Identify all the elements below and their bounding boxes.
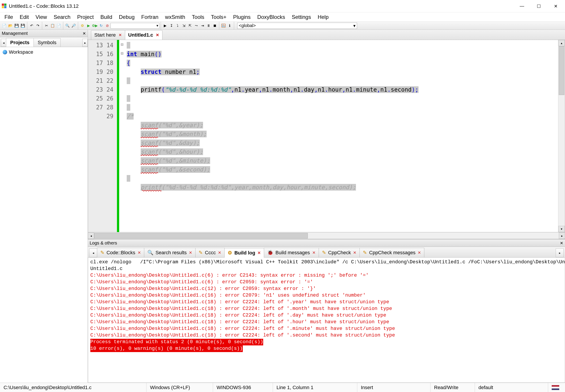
tab-close-icon[interactable]: ✕ <box>353 250 356 255</box>
maximize-button[interactable]: ☐ <box>535 2 543 10</box>
logs-panel: Logs & others ✕ ◂ ✎Code::Blocks✕🔍Search … <box>88 239 565 383</box>
logs-tabs: ◂ ✎Code::Blocks✕🔍Search results✕✎Cccc✕⚙B… <box>88 247 565 258</box>
save-all-icon[interactable]: 💾 <box>20 23 26 29</box>
paste-icon[interactable]: 📄 <box>56 23 62 29</box>
logs-title: Logs & others <box>90 240 117 246</box>
log-line: C:\Users\liu_endong\Desktop\Untitled1.c(… <box>90 325 563 332</box>
menu-doxyblocks[interactable]: DoxyBlocks <box>257 14 285 20</box>
scroll-up-icon[interactable]: ▴ <box>558 40 565 46</box>
undo-icon[interactable]: ↶ <box>29 23 34 29</box>
break-icon[interactable]: ⏸ <box>206 23 212 29</box>
tab-close-icon[interactable]: ✕ <box>418 250 421 255</box>
logs-tabs-next[interactable]: ▸ <box>556 249 564 257</box>
tab-close-icon[interactable]: ✕ <box>218 250 221 255</box>
status-path: C:\Users\liu_endong\Desktop\Untitled1.c <box>0 383 146 392</box>
menu-wxsmith[interactable]: wxSmith <box>165 14 185 20</box>
scope-dropdown[interactable]: <global> ▾ <box>237 23 357 29</box>
log-tab-cppcheck-messages[interactable]: ✎CppCheck messages✕ <box>359 248 424 257</box>
step-out-icon[interactable]: ⇱ <box>187 23 193 29</box>
log-tab-cccc[interactable]: ✎Cccc✕ <box>195 248 225 257</box>
log-tab-cppcheck[interactable]: ✎CppCheck✕ <box>319 248 360 257</box>
menu-view[interactable]: View <box>36 14 47 20</box>
target-dd-icon[interactable]: ▾ <box>111 23 159 29</box>
window-title: Untitled1.c - Code::Blocks 13.12 <box>9 3 518 9</box>
editor-tab-start-here[interactable]: Start here✕ <box>91 30 125 40</box>
save-icon[interactable]: 💾 <box>14 23 19 29</box>
horizontal-scrollbar[interactable]: ◂ ▸ <box>88 232 565 239</box>
cut-icon[interactable]: ✂ <box>43 23 49 29</box>
code-editor[interactable]: 13 14 15 16 17 18 19 20 21 22 23 24 25 2… <box>88 40 565 232</box>
menu-file[interactable]: File <box>4 14 13 20</box>
menu-help[interactable]: Help <box>318 14 328 20</box>
open-file-icon[interactable]: 📂 <box>8 23 13 29</box>
menu-tools[interactable]: Tools+ <box>211 14 226 20</box>
step-into-icon[interactable]: ⇲ <box>181 23 187 29</box>
build-run-icon[interactable]: ⚙▶ <box>92 23 98 29</box>
vertical-scrollbar[interactable]: ▴ ▾ <box>558 40 565 232</box>
tab-close-icon[interactable]: ✕ <box>156 33 159 38</box>
code-content[interactable]: int main(){ struct number n1; printf("%d… <box>125 40 558 232</box>
log-tab-build-messages[interactable]: 🐞Build messages✕ <box>264 248 319 257</box>
menu-debug[interactable]: Debug <box>119 14 135 20</box>
management-body: Workspace <box>0 47 88 383</box>
menu-build[interactable]: Build <box>100 14 112 20</box>
fold-column[interactable]: ⊟ ⊟ <box>119 40 125 232</box>
run-to-cursor-icon[interactable]: ↧ <box>169 23 174 29</box>
scroll-right-icon[interactable]: ▸ <box>559 233 565 239</box>
log-tab-code-blocks[interactable]: ✎Code::Blocks✕ <box>97 248 144 257</box>
next-instr-icon[interactable]: ⤳ <box>193 23 199 29</box>
scroll-down-icon[interactable]: ▾ <box>558 226 565 232</box>
menu-fortran[interactable]: Fortran <box>141 14 158 20</box>
close-button[interactable]: ✕ <box>552 2 560 10</box>
replace-icon[interactable]: 🔎 <box>71 23 77 29</box>
log-tab-build-log[interactable]: ⚙Build log✕ <box>224 248 264 258</box>
menu-plugins[interactable]: Plugins <box>233 14 251 20</box>
management-close-icon[interactable]: ✕ <box>83 31 86 36</box>
menu-search[interactable]: Search <box>54 14 71 20</box>
window-controls: — ☐ ✕ <box>518 2 563 10</box>
editor-tab-untitled1-c[interactable]: Untitled1.c✕ <box>125 30 162 40</box>
minimize-button[interactable]: — <box>518 2 526 10</box>
gear-icon: ⚙ <box>228 250 232 256</box>
log-line: C:\Users\liu_endong\Desktop\Untitled1.c(… <box>90 279 563 285</box>
tab-symbols[interactable]: Symbols <box>33 38 61 47</box>
chevron-down-icon: ▾ <box>353 23 355 28</box>
workspace-node[interactable]: Workspace <box>3 49 85 55</box>
tab-close-icon[interactable]: ✕ <box>189 250 192 255</box>
menu-settings[interactable]: Settings <box>292 14 311 20</box>
new-file-icon[interactable]: 📄 <box>1 23 7 29</box>
hscroll-thumb[interactable] <box>94 233 308 238</box>
tab-close-icon[interactable]: ✕ <box>312 250 316 255</box>
tab-close-icon[interactable]: ✕ <box>118 33 122 38</box>
tab-close-icon[interactable]: ✕ <box>138 250 141 255</box>
build-icon[interactable]: ⚙ <box>79 23 85 29</box>
debug-windows-icon[interactable]: 🪟 <box>221 23 226 29</box>
mgmt-tabs-prev[interactable]: ◂ <box>1 39 6 47</box>
logs-tabs-prev[interactable]: ◂ <box>89 249 97 257</box>
menu-edit[interactable]: Edit <box>20 14 29 20</box>
info-icon[interactable]: ℹ <box>227 23 233 29</box>
abort-icon[interactable]: ⊘ <box>104 23 110 29</box>
main-area: Management ✕ ◂ Projects Symbols ▸ Worksp… <box>0 30 565 383</box>
stop-icon[interactable]: ⏹ <box>212 23 218 29</box>
step-instr-icon[interactable]: ⇥ <box>199 23 205 29</box>
copy-icon[interactable]: 📋 <box>50 23 56 29</box>
next-line-icon[interactable]: ⤵ <box>175 23 180 29</box>
management-title: Management <box>2 31 28 36</box>
build-log-body[interactable]: cl.exe /nologo /I"C:\Program Files (x86)… <box>88 258 565 383</box>
find-icon[interactable]: 🔍 <box>65 23 70 29</box>
tab-close-icon[interactable]: ✕ <box>257 251 261 255</box>
tab-projects[interactable]: Projects <box>6 38 34 47</box>
scroll-thumb[interactable] <box>559 46 564 95</box>
menu-project[interactable]: Project <box>77 14 94 20</box>
run-icon[interactable]: ▶ <box>86 23 91 29</box>
menu-tools[interactable]: Tools <box>192 14 204 20</box>
scroll-left-icon[interactable]: ◂ <box>88 233 94 239</box>
redo-icon[interactable]: ↷ <box>35 23 41 29</box>
logs-close-icon[interactable]: ✕ <box>560 241 563 246</box>
log-tab-search-results[interactable]: 🔍Search results✕ <box>144 248 196 257</box>
debug-run-icon[interactable]: ▶ <box>162 23 168 29</box>
log-line: cl.exe /nologo /I"C:\Program Files (x86)… <box>90 259 563 266</box>
mgmt-tabs-next[interactable]: ▸ <box>82 39 88 47</box>
rebuild-icon[interactable]: ↻ <box>98 23 104 29</box>
